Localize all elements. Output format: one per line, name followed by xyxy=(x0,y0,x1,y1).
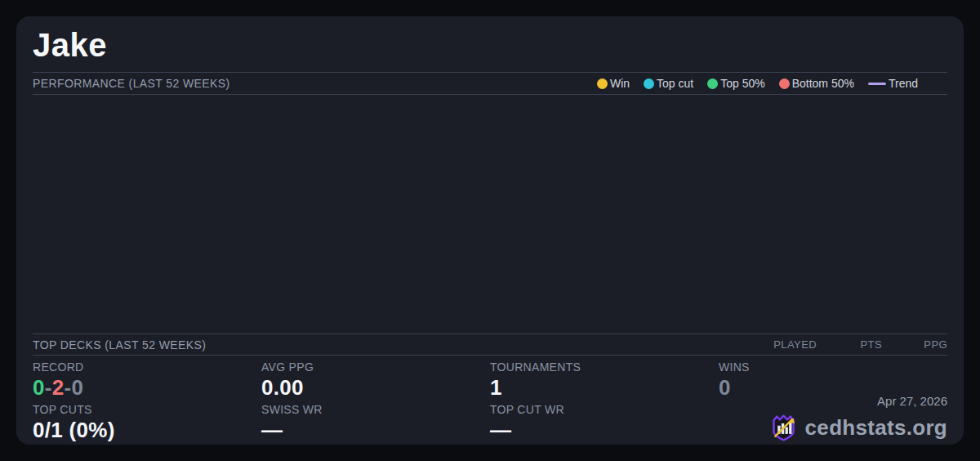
stat-top-cut-wr: TOP CUT WR — xyxy=(490,401,719,443)
record-separator: - xyxy=(45,375,52,400)
brand-name: cedhstats.org xyxy=(805,415,947,441)
swiss-wr-value: — xyxy=(261,418,490,443)
tournaments-value: 1 xyxy=(490,375,719,401)
stat-label: WINS xyxy=(719,359,947,375)
bottom-50-dot-icon xyxy=(779,78,790,89)
player-stats-card: Jake PERFORMANCE (LAST 52 WEEKS) Win Top… xyxy=(16,16,964,445)
legend-item-bottom-50[interactable]: Bottom 50% xyxy=(779,77,854,90)
stat-top-cuts: TOP CUTS 0/1 (0%) xyxy=(33,401,261,443)
performance-header-row: PERFORMANCE (LAST 52 WEEKS) Win Top cut … xyxy=(33,72,947,95)
top-50-dot-icon xyxy=(707,78,718,89)
trend-line-icon xyxy=(868,83,886,85)
stat-record: RECORD 0-2-0 xyxy=(33,359,261,401)
record-wins: 0 xyxy=(33,375,45,400)
record-losses: 2 xyxy=(52,375,65,400)
stat-avg-ppg: AVG PPG 0.00 xyxy=(261,359,490,401)
stat-label: RECORD xyxy=(33,359,261,375)
stat-label: AVG PPG xyxy=(261,359,490,375)
legend-item-top-cut[interactable]: Top cut xyxy=(644,77,693,90)
legend-label: Trend xyxy=(889,77,918,90)
column-header-played: PLAYED xyxy=(751,338,817,351)
generated-date: Apr 27, 2026 xyxy=(768,393,947,410)
cedhstats-logo-icon xyxy=(768,413,799,443)
stat-label: TOP CUTS xyxy=(33,401,261,418)
stat-tournaments: TOURNAMENTS 1 xyxy=(490,359,719,401)
column-header-ppg: PPG xyxy=(882,338,947,351)
stat-swiss-wr: SWISS WR — xyxy=(261,401,490,443)
legend-label: Win xyxy=(610,77,630,90)
legend-item-trend[interactable]: Trend xyxy=(868,77,918,90)
legend-label: Top cut xyxy=(657,77,693,90)
performance-chart-plot-area xyxy=(33,94,947,333)
card-footer: Apr 27, 2026 cedhstats.org xyxy=(768,393,947,443)
top-cut-wr-value: — xyxy=(490,418,719,443)
top-cut-dot-icon xyxy=(644,78,654,89)
legend-label: Bottom 50% xyxy=(792,77,854,90)
column-header-pts: PTS xyxy=(817,338,882,351)
record-draws: 0 xyxy=(71,375,83,400)
legend-label: Top 50% xyxy=(720,77,764,90)
avg-ppg-value: 0.00 xyxy=(261,375,490,401)
legend-item-win[interactable]: Win xyxy=(597,77,630,90)
top-decks-section-title: TOP DECKS (LAST 52 WEEKS) xyxy=(33,338,206,351)
top-cuts-value: 0/1 (0%) xyxy=(33,418,261,443)
page-title: Jake xyxy=(33,27,107,64)
stat-label: SWISS WR xyxy=(261,401,490,418)
performance-section-title: PERFORMANCE (LAST 52 WEEKS) xyxy=(33,77,230,90)
brand-link[interactable]: cedhstats.org xyxy=(768,413,947,443)
stat-label: TOP CUT WR xyxy=(490,401,719,418)
legend-item-top-50[interactable]: Top 50% xyxy=(707,77,764,90)
win-dot-icon xyxy=(597,78,608,89)
chart-legend: Win Top cut Top 50% Bottom 50% Trend xyxy=(597,77,918,90)
top-decks-header-row: TOP DECKS (LAST 52 WEEKS) PLAYED PTS PPG xyxy=(33,333,947,356)
top-decks-column-headers: PLAYED PTS PPG xyxy=(751,338,947,351)
stat-label: TOURNAMENTS xyxy=(490,359,719,375)
record-value: 0-2-0 xyxy=(33,375,261,401)
